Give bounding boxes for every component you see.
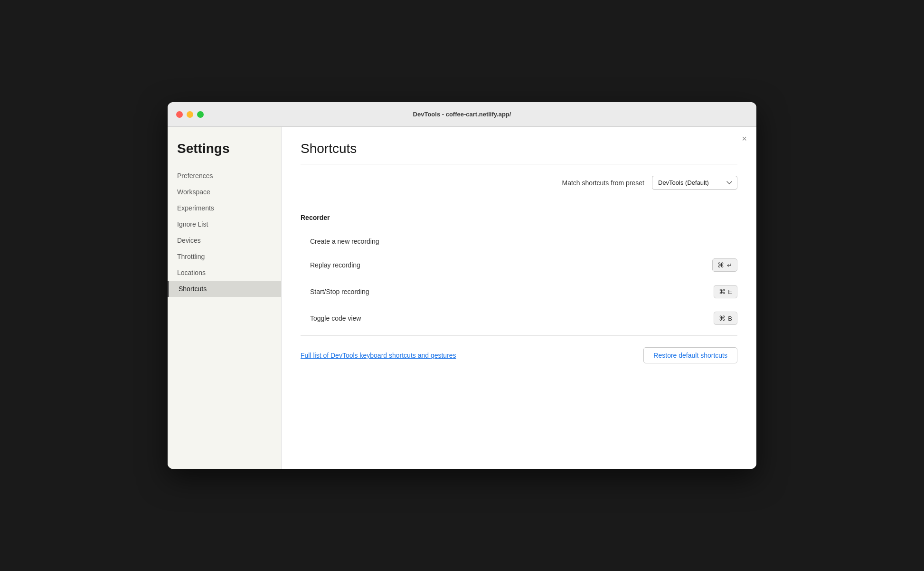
close-window-button[interactable] <box>176 111 183 118</box>
footer-row: Full list of DevTools keyboard shortcuts… <box>301 347 737 368</box>
settings-sidebar: Settings Preferences Workspace Experimen… <box>168 127 282 469</box>
window-title: DevTools - coffee-cart.netlify.app/ <box>413 111 511 118</box>
cmd-symbol: ⌘ <box>717 261 724 269</box>
shortcut-row-new-recording: Create a new recording <box>301 231 737 252</box>
shortcut-name-new-recording: Create a new recording <box>310 238 737 245</box>
page-title: Shortcuts <box>301 141 737 156</box>
sidebar-item-locations[interactable]: Locations <box>168 265 281 281</box>
section-divider <box>301 204 737 204</box>
sidebar-item-workspace[interactable]: Workspace <box>168 184 281 200</box>
shortcut-name-start-stop: Start/Stop recording <box>310 288 714 295</box>
minimize-window-button[interactable] <box>187 111 193 118</box>
window-controls <box>176 111 204 118</box>
devtools-window: DevTools - coffee-cart.netlify.app/ Sett… <box>168 102 756 469</box>
preset-row: Match shortcuts from preset DevTools (De… <box>301 176 737 190</box>
recorder-heading: Recorder <box>301 214 737 221</box>
maximize-window-button[interactable] <box>197 111 204 118</box>
settings-content: Settings Preferences Workspace Experimen… <box>168 127 756 469</box>
sidebar-item-devices[interactable]: Devices <box>168 232 281 248</box>
bottom-divider <box>301 335 737 336</box>
sidebar-item-experiments[interactable]: Experiments <box>168 200 281 216</box>
cmd-symbol-2: ⌘ <box>719 288 726 295</box>
sidebar-item-ignore-list[interactable]: Ignore List <box>168 216 281 232</box>
panel-close-button[interactable]: × <box>742 134 747 143</box>
recorder-section: Recorder Create a new recording Replay r… <box>301 214 737 332</box>
key-b: B <box>726 315 732 322</box>
shortcut-name-toggle-code: Toggle code view <box>310 314 714 322</box>
preset-select[interactable]: DevTools (Default) VS Code Sublime Text <box>652 176 737 190</box>
main-panel: × Shortcuts Match shortcuts from preset … <box>282 127 756 469</box>
cmd-symbol-3: ⌘ <box>719 314 726 322</box>
shortcut-name-replay: Replay recording <box>310 261 712 269</box>
shortcut-key-replay: ⌘ ↵ <box>712 258 737 272</box>
settings-heading: Settings <box>168 141 281 168</box>
restore-defaults-button[interactable]: Restore default shortcuts <box>643 347 737 363</box>
shortcut-row-replay: Replay recording ⌘ ↵ <box>301 252 737 278</box>
shortcut-key-start-stop: ⌘ E <box>714 285 737 298</box>
preset-label: Match shortcuts from preset <box>562 179 644 187</box>
titlebar: DevTools - coffee-cart.netlify.app/ <box>168 102 756 127</box>
shortcut-row-start-stop: Start/Stop recording ⌘ E <box>301 278 737 305</box>
key-symbol: ↵ <box>725 262 732 269</box>
sidebar-item-shortcuts[interactable]: Shortcuts <box>168 281 281 297</box>
shortcut-row-toggle-code: Toggle code view ⌘ B <box>301 305 737 332</box>
full-list-link[interactable]: Full list of DevTools keyboard shortcuts… <box>301 352 456 359</box>
sidebar-item-throttling[interactable]: Throttling <box>168 248 281 265</box>
key-e: E <box>726 288 732 295</box>
shortcut-key-toggle-code: ⌘ B <box>714 312 737 325</box>
title-divider <box>301 164 737 164</box>
sidebar-item-preferences[interactable]: Preferences <box>168 168 281 184</box>
